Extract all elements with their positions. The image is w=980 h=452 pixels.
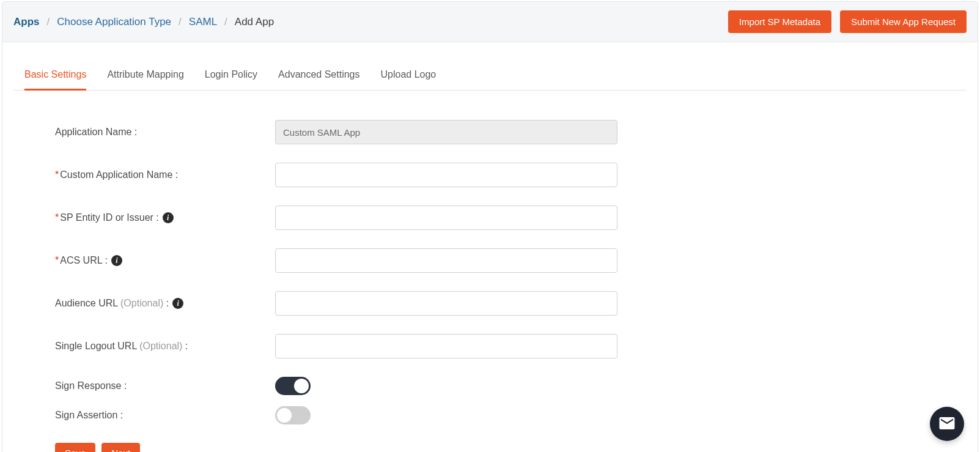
required-marker: * <box>55 255 59 265</box>
import-sp-metadata-button[interactable]: Import SP Metadata <box>728 10 831 33</box>
tab-attribute-mapping[interactable]: Attribute Mapping <box>107 63 183 91</box>
row-acs-url: *ACS URL : i <box>55 248 686 273</box>
row-sp-entity-id: *SP Entity ID or Issuer : i <box>55 206 686 230</box>
breadcrumb: Apps / Choose Application Type / SAML / … <box>13 16 274 28</box>
toggle-sign-response[interactable] <box>275 377 311 395</box>
chat-fab[interactable] <box>930 407 964 441</box>
label-sign-response: Sign Response : <box>55 380 275 391</box>
row-custom-app-name: *Custom Application Name : <box>55 163 686 187</box>
row-slo-url: Single Logout URL (Optional) : <box>55 334 686 358</box>
info-icon[interactable]: i <box>111 255 122 266</box>
topbar: Apps / Choose Application Type / SAML / … <box>2 2 978 42</box>
breadcrumb-choose-type[interactable]: Choose Application Type <box>57 16 171 28</box>
form-actions: Save Next <box>55 443 686 452</box>
label-custom-app-name: *Custom Application Name : <box>55 169 275 180</box>
page-container: Apps / Choose Application Type / SAML / … <box>2 1 978 452</box>
tabs: Basic Settings Attribute Mapping Login P… <box>13 63 967 91</box>
breadcrumb-sep: / <box>179 16 182 28</box>
content: Basic Settings Attribute Mapping Login P… <box>2 63 978 452</box>
tab-upload-logo[interactable]: Upload Logo <box>381 63 437 91</box>
row-sign-assertion: Sign Assertion : <box>55 406 686 424</box>
label-slo-url: Single Logout URL (Optional) : <box>55 341 275 352</box>
topbar-actions: Import SP Metadata Submit New App Reques… <box>728 10 967 33</box>
input-slo-url[interactable] <box>275 334 617 358</box>
submit-new-app-request-button[interactable]: Submit New App Request <box>840 10 967 33</box>
breadcrumb-current: Add App <box>235 16 274 28</box>
input-application-name <box>275 120 617 144</box>
breadcrumb-saml[interactable]: SAML <box>189 16 217 28</box>
label-audience-url: Audience URL (Optional) : i <box>55 298 275 309</box>
tab-basic-settings[interactable]: Basic Settings <box>24 63 86 91</box>
required-marker: * <box>55 212 59 223</box>
toggle-sign-assertion[interactable] <box>275 406 311 424</box>
next-button[interactable]: Next <box>101 443 140 452</box>
required-marker: * <box>55 169 59 180</box>
input-custom-app-name[interactable] <box>275 163 617 187</box>
breadcrumb-apps[interactable]: Apps <box>13 16 40 28</box>
toggle-knob <box>294 379 309 393</box>
toggle-knob <box>277 408 292 423</box>
input-acs-url[interactable] <box>275 248 617 273</box>
tab-login-policy[interactable]: Login Policy <box>205 63 257 91</box>
breadcrumb-sep: / <box>47 16 50 28</box>
label-acs-url: *ACS URL : i <box>55 255 275 266</box>
breadcrumb-sep: / <box>224 16 227 28</box>
row-audience-url: Audience URL (Optional) : i <box>55 291 686 316</box>
label-sign-assertion: Sign Assertion : <box>55 410 275 421</box>
info-icon[interactable]: i <box>163 212 174 223</box>
save-button[interactable]: Save <box>55 443 95 452</box>
form: Application Name : *Custom Application N… <box>13 91 686 452</box>
input-audience-url[interactable] <box>275 291 617 316</box>
info-icon[interactable]: i <box>172 298 183 309</box>
row-application-name: Application Name : <box>55 120 686 144</box>
mail-icon <box>938 414 956 434</box>
tab-advanced-settings[interactable]: Advanced Settings <box>278 63 359 91</box>
label-application-name: Application Name : <box>55 127 275 138</box>
input-sp-entity-id[interactable] <box>275 206 617 230</box>
row-sign-response: Sign Response : <box>55 377 686 395</box>
label-sp-entity-id: *SP Entity ID or Issuer : i <box>55 212 275 223</box>
